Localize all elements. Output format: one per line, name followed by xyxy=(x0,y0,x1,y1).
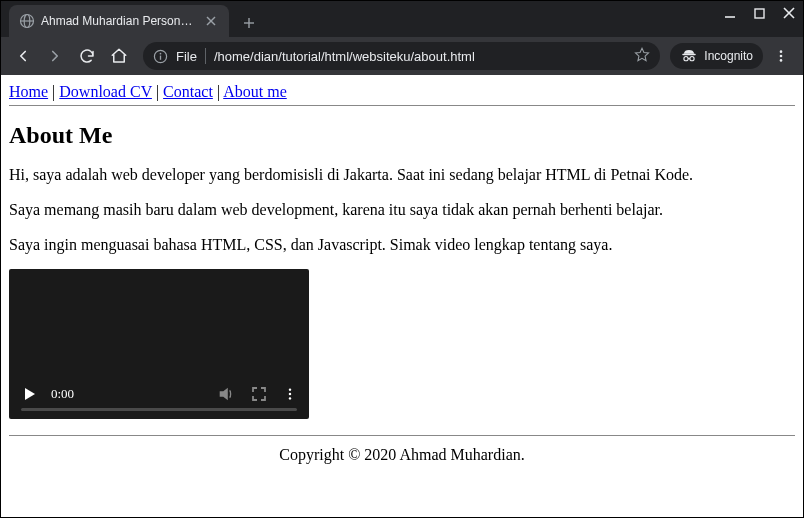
video-time: 0:00 xyxy=(51,386,203,402)
svg-point-18 xyxy=(780,50,783,53)
info-icon[interactable] xyxy=(153,49,168,64)
fullscreen-icon[interactable] xyxy=(251,386,267,402)
close-icon[interactable] xyxy=(203,13,219,29)
svg-rect-13 xyxy=(160,55,161,59)
paragraph: Hi, saya adalah web developer yang berdo… xyxy=(9,165,795,186)
paragraph: Saya memang masih baru dalam web develop… xyxy=(9,200,795,221)
browser-window: Ahmad Muhardian Personal W xyxy=(0,0,804,518)
divider xyxy=(205,48,206,64)
paragraph: Saya ingin menguasai bahasa HTML, CSS, d… xyxy=(9,235,795,256)
play-icon[interactable] xyxy=(21,386,37,402)
reload-button[interactable] xyxy=(73,42,101,70)
home-button[interactable] xyxy=(105,42,133,70)
nav-separator: | xyxy=(48,83,59,100)
svg-point-12 xyxy=(160,52,162,54)
svg-point-23 xyxy=(289,398,291,400)
video-player[interactable]: 0:00 xyxy=(9,269,309,419)
divider xyxy=(9,435,795,436)
window-controls xyxy=(724,7,795,19)
menu-button[interactable] xyxy=(767,42,795,70)
new-tab-button[interactable] xyxy=(235,9,263,37)
page-content: Home | Download CV | Contact | About me … xyxy=(1,75,803,517)
svg-rect-8 xyxy=(755,9,764,18)
back-button[interactable] xyxy=(9,42,37,70)
nav-separator: | xyxy=(152,83,163,100)
video-progress-bar[interactable] xyxy=(21,408,297,411)
browser-tab[interactable]: Ahmad Muhardian Personal W xyxy=(9,5,229,37)
more-icon[interactable] xyxy=(283,387,297,401)
bookmark-star-icon[interactable] xyxy=(634,47,650,66)
svg-point-15 xyxy=(684,57,688,61)
nav-link-contact[interactable]: Contact xyxy=(163,83,213,100)
nav-link-download-cv[interactable]: Download CV xyxy=(59,83,152,100)
video-controls: 0:00 xyxy=(9,369,309,419)
forward-button[interactable] xyxy=(41,42,69,70)
url-scheme-label: File xyxy=(176,49,197,64)
divider xyxy=(9,105,795,106)
close-window-icon[interactable] xyxy=(783,7,795,19)
page-heading: About Me xyxy=(9,122,795,149)
svg-point-20 xyxy=(780,59,783,62)
volume-icon[interactable] xyxy=(217,385,235,403)
footer-text: Copyright © 2020 Ahmad Muhardian. xyxy=(9,446,795,464)
nav-separator: | xyxy=(213,83,223,100)
browser-toolbar: File /home/dian/tutorial/html/websiteku/… xyxy=(1,37,803,75)
page-nav: Home | Download CV | Contact | About me xyxy=(9,83,795,101)
address-bar[interactable]: File /home/dian/tutorial/html/websiteku/… xyxy=(143,42,660,70)
svg-rect-14 xyxy=(683,54,697,56)
incognito-label: Incognito xyxy=(704,49,753,63)
incognito-icon xyxy=(680,47,698,65)
globe-icon xyxy=(19,13,35,29)
nav-link-about-me[interactable]: About me xyxy=(223,83,287,100)
tab-bar: Ahmad Muhardian Personal W xyxy=(1,1,803,37)
incognito-badge[interactable]: Incognito xyxy=(670,43,763,69)
nav-link-home[interactable]: Home xyxy=(9,83,48,100)
maximize-icon[interactable] xyxy=(754,7,765,19)
svg-point-22 xyxy=(289,393,291,395)
video-right-controls xyxy=(217,385,297,403)
svg-point-21 xyxy=(289,389,291,391)
minimize-icon[interactable] xyxy=(724,7,736,19)
tab-title: Ahmad Muhardian Personal W xyxy=(41,14,197,28)
svg-point-19 xyxy=(780,55,783,58)
svg-point-16 xyxy=(690,57,694,61)
url-path: /home/dian/tutorial/html/websiteku/about… xyxy=(214,49,626,64)
